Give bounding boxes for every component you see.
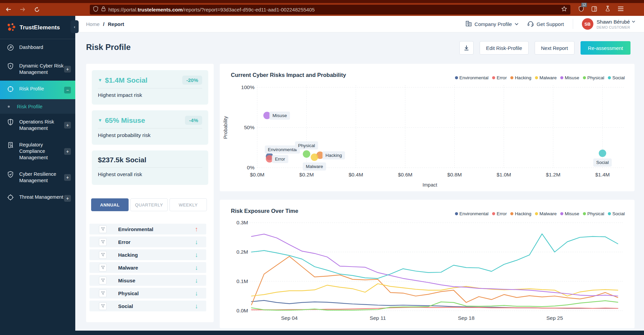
trend-down-caret-icon: ▼ bbox=[98, 118, 102, 123]
brand[interactable]: TrustElements bbox=[0, 16, 75, 39]
company-profile-menu[interactable]: Company Profile bbox=[465, 21, 518, 28]
scatter-chart-card: Current Cyber Risks Impact and Probabili… bbox=[220, 64, 635, 191]
collapse-minus-button[interactable]: − bbox=[64, 87, 71, 93]
trend-down-caret-icon: ▼ bbox=[98, 78, 102, 83]
risk-row-label: Error bbox=[118, 239, 131, 245]
filter-funnel-icon[interactable] bbox=[99, 251, 107, 259]
card-value: $1.4M Social bbox=[105, 76, 147, 84]
sidebar-item-label: Operations Risk Management bbox=[19, 119, 64, 132]
lock-icon[interactable] bbox=[101, 6, 106, 13]
main-content: Risk Profile Edit Risk-Profile Next Repo… bbox=[75, 32, 644, 331]
page-actions: Edit Risk-Profile Next Report Re-assessm… bbox=[459, 41, 630, 55]
tab-quarterly[interactable]: QUARTERLY bbox=[130, 198, 168, 211]
sidebar-item-threat-management[interactable]: Threat Management+ bbox=[0, 189, 75, 207]
filter-funnel-icon[interactable] bbox=[99, 238, 107, 246]
crosshair-target-icon bbox=[7, 85, 15, 94]
tab-annual[interactable]: ANNUAL bbox=[91, 198, 129, 211]
tracking-shield-icon[interactable] bbox=[93, 6, 98, 13]
headset-icon bbox=[527, 20, 534, 28]
card-change-badge: -4% bbox=[185, 116, 202, 125]
sidebar-item-regulatory-compliance-management[interactable]: Regulatory Compliance Management+ bbox=[0, 137, 75, 166]
browser-toolbar: https://portal.trustelements.com/reports… bbox=[0, 3, 644, 16]
sidebar-subitem-label: Risk Profile bbox=[17, 104, 43, 109]
svg-text:Hacking: Hacking bbox=[325, 153, 342, 158]
company-profile-label: Company Profile bbox=[475, 21, 512, 27]
card-caption: Highest probability risk bbox=[98, 132, 202, 138]
card-change-badge: -20% bbox=[182, 76, 202, 85]
card-divider bbox=[98, 167, 202, 168]
svg-text:0%: 0% bbox=[247, 165, 255, 170]
svg-text:0.0M: 0.0M bbox=[237, 308, 248, 313]
scatter-chart: $0.0M$0.2M$0.4M$0.6M$0.8M$1.0M$1.2M$1.4M… bbox=[220, 64, 635, 191]
bullet-icon bbox=[8, 106, 10, 108]
trustelements-logo-icon bbox=[6, 22, 16, 33]
reader-panel-icon[interactable] bbox=[591, 6, 597, 13]
forward-icon[interactable] bbox=[17, 5, 28, 14]
edit-risk-profile-button[interactable]: Edit Risk-Profile bbox=[480, 41, 529, 55]
browser-chrome: https://portal.trustelements.com/reports… bbox=[0, 0, 644, 16]
sidebar-nav: DashboardDynamic Cyber Risk Management+R… bbox=[0, 39, 75, 207]
sidebar-item-risk-profile[interactable]: Risk Profile− bbox=[0, 81, 75, 99]
trend-down-arrow-icon: ↓ bbox=[195, 239, 198, 245]
expand-plus-button[interactable]: + bbox=[64, 122, 71, 129]
next-report-button[interactable]: Next Report bbox=[535, 41, 574, 55]
sidebar-collapse-button[interactable]: ‹ bbox=[71, 20, 79, 33]
summary-card: $237.5k SocialHighest overall risk bbox=[92, 150, 208, 185]
sidebar-item-cyber-resilience-management[interactable]: Cyber Resilience Management+ bbox=[0, 166, 75, 189]
sidebar-item-dynamic-cyber-risk-management[interactable]: Dynamic Cyber Risk Management+ bbox=[0, 58, 75, 81]
card-value: $237.5k Social bbox=[98, 156, 146, 164]
risk-row-label: Environmental bbox=[118, 226, 153, 232]
expand-plus-button[interactable]: + bbox=[64, 195, 71, 202]
filter-funnel-icon[interactable] bbox=[99, 289, 107, 297]
svg-text:$0.2M: $0.2M bbox=[299, 172, 314, 177]
risk-row-hacking[interactable]: Hacking↓ bbox=[89, 249, 206, 260]
card-caption: Highest overall risk bbox=[98, 171, 202, 177]
browser-extension-area: 12 bbox=[579, 6, 624, 13]
risk-row-social[interactable]: Social↓ bbox=[89, 301, 206, 311]
risk-row-environmental[interactable]: Environmental↑ bbox=[89, 224, 206, 234]
risk-row-malware[interactable]: Malware↓ bbox=[89, 262, 206, 273]
expand-plus-button[interactable]: + bbox=[64, 148, 71, 155]
user-menu[interactable]: SB Shawn Bérubé DEMO CUSTOMER bbox=[582, 18, 635, 30]
url-bar[interactable]: https://portal.trustelements.com/reports… bbox=[90, 5, 570, 15]
sidebar-item-dashboard[interactable]: Dashboard bbox=[0, 39, 75, 58]
filter-funnel-icon[interactable] bbox=[99, 225, 107, 233]
user-role: DEMO CUSTOMER bbox=[597, 25, 635, 29]
back-icon[interactable] bbox=[3, 5, 14, 14]
risk-row-physical[interactable]: Physical↓ bbox=[89, 288, 206, 299]
sidebar-item-operations-risk-management[interactable]: Operations Risk Management+ bbox=[0, 114, 75, 137]
filter-funnel-icon[interactable] bbox=[99, 302, 107, 310]
bookmark-star-icon[interactable] bbox=[561, 6, 567, 13]
breadcrumb-home-link[interactable]: Home bbox=[86, 21, 100, 27]
risk-row-label: Social bbox=[118, 303, 133, 309]
download-report-button[interactable] bbox=[459, 41, 474, 55]
sidebar-item-label: Cyber Resilience Management bbox=[19, 171, 64, 184]
filter-funnel-icon[interactable] bbox=[99, 264, 107, 272]
expand-plus-button[interactable]: + bbox=[64, 174, 71, 181]
extension-shield-icon[interactable]: 12 bbox=[579, 6, 584, 13]
menu-hamburger-icon[interactable] bbox=[618, 6, 624, 12]
sidebar-subitem-risk-profile[interactable]: Risk Profile bbox=[0, 99, 75, 114]
user-name: Shawn Bérubé bbox=[597, 19, 630, 25]
trend-up-arrow-icon: ↑ bbox=[195, 226, 198, 232]
get-support-button[interactable]: Get Support bbox=[527, 20, 564, 28]
topbar: Home / Report Company Profile Get Suppor… bbox=[75, 16, 644, 32]
svg-text:$0.8M: $0.8M bbox=[447, 172, 462, 177]
risk-row-label: Physical bbox=[118, 290, 139, 296]
risk-row-error[interactable]: Error↓ bbox=[89, 236, 206, 247]
brand-name: TrustElements bbox=[20, 24, 60, 31]
expand-plus-button[interactable]: + bbox=[64, 66, 71, 73]
screen: https://portal.trustelements.com/reports… bbox=[0, 0, 644, 335]
svg-text:Impact: Impact bbox=[423, 182, 437, 188]
filter-funnel-icon[interactable] bbox=[99, 277, 107, 284]
pocket-save-icon[interactable] bbox=[605, 6, 610, 13]
risk-row-misuse[interactable]: Misuse↓ bbox=[89, 275, 206, 286]
tab-weekly[interactable]: WEEKLY bbox=[169, 198, 207, 211]
chevron-down-icon bbox=[515, 23, 518, 25]
reassessment-button[interactable]: Re-assessment bbox=[581, 41, 630, 55]
breadcrumb: Home / Report bbox=[86, 21, 124, 27]
svg-text:Physical: Physical bbox=[298, 143, 315, 148]
shield-check-icon bbox=[7, 171, 15, 179]
svg-text:Sep 04: Sep 04 bbox=[281, 315, 298, 321]
reload-icon[interactable] bbox=[31, 5, 43, 14]
